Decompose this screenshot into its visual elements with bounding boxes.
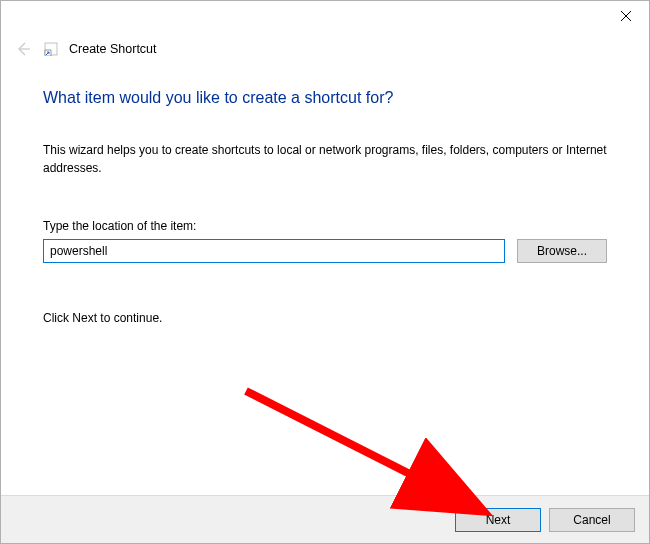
svg-line-6: [246, 391, 479, 509]
close-icon: [621, 11, 631, 21]
dialog-description: This wizard helps you to create shortcut…: [43, 141, 607, 177]
back-button: [13, 39, 33, 59]
cancel-button[interactable]: Cancel: [549, 508, 635, 532]
shortcut-icon: [43, 41, 59, 57]
location-label: Type the location of the item:: [43, 219, 607, 233]
titlebar: [1, 1, 649, 33]
browse-button[interactable]: Browse...: [517, 239, 607, 263]
close-button[interactable]: [603, 1, 649, 31]
dialog-footer: Next Cancel: [1, 495, 649, 543]
continue-text: Click Next to continue.: [43, 311, 607, 325]
location-input[interactable]: [43, 239, 505, 263]
next-button[interactable]: Next: [455, 508, 541, 532]
dialog-heading: What item would you like to create a sho…: [43, 89, 607, 107]
create-shortcut-dialog: Create Shortcut What item would you like…: [0, 0, 650, 544]
back-arrow-icon: [15, 41, 31, 57]
dialog-content: What item would you like to create a sho…: [1, 59, 649, 325]
header-row: Create Shortcut: [1, 33, 649, 59]
dialog-title: Create Shortcut: [69, 42, 157, 56]
location-row: Browse...: [43, 239, 607, 263]
